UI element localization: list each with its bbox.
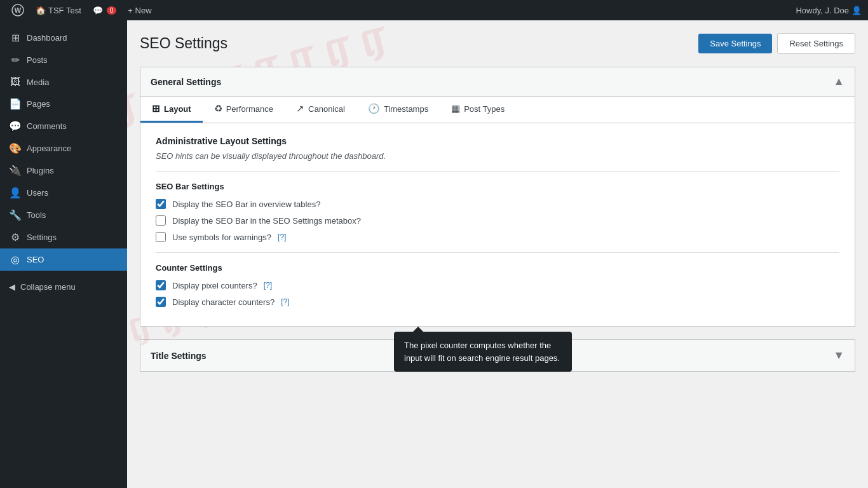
sidebar-item-appearance[interactable]: 🎨 Appearance bbox=[0, 137, 127, 159]
comments-icon: 💬 bbox=[9, 120, 22, 132]
sidebar-item-label: Media bbox=[27, 78, 49, 87]
layout-settings-body: Administrative Layout Settings SEO hints… bbox=[140, 123, 855, 326]
timestamps-tab-icon: 🕐 bbox=[368, 103, 380, 114]
sidebar-item-label: Plugins bbox=[27, 166, 54, 175]
sidebar-item-label: Settings bbox=[27, 233, 57, 242]
tab-layout[interactable]: ⊞ Layout bbox=[140, 97, 203, 123]
general-settings-title: General Settings bbox=[151, 77, 221, 87]
sidebar: ⊞ Dashboard ✏ Posts 🖼 Media 📄 Pages 💬 Co… bbox=[0, 20, 127, 488]
sidebar-item-label: Comments bbox=[27, 121, 67, 131]
sidebar-item-seo[interactable]: ◎ SEO bbox=[0, 248, 127, 271]
tools-icon: 🔧 bbox=[9, 209, 22, 221]
sidebar-item-posts[interactable]: ✏ Posts bbox=[0, 49, 127, 71]
char-counters-label: Display character counters? bbox=[172, 297, 275, 307]
collapse-arrow-icon: ◀ bbox=[9, 282, 15, 292]
pixel-counters-help[interactable]: [?] bbox=[264, 281, 272, 290]
howdy-text: Howdy, J. Doe bbox=[796, 6, 849, 15]
sidebar-item-label: Posts bbox=[27, 55, 48, 65]
media-icon: 🖼 bbox=[9, 76, 22, 88]
seo-bar-overview-label: Display the SEO Bar in overview tables? bbox=[172, 200, 320, 209]
posts-icon: ✏ bbox=[9, 54, 22, 66]
seo-bar-symbols-help[interactable]: [?] bbox=[278, 233, 286, 241]
sidebar-item-label: Users bbox=[27, 188, 48, 198]
tab-timestamps-label: Timestamps bbox=[384, 104, 428, 114]
sidebar-item-pages[interactable]: 📄 Pages bbox=[0, 93, 127, 115]
tab-performance-label: Performance bbox=[226, 104, 273, 114]
collapse-menu-label: Collapse menu bbox=[20, 282, 76, 292]
checkbox-row-char-counters: Display character counters? [?] bbox=[156, 297, 839, 307]
checkbox-row-seo-bar-overview: Display the SEO Bar in overview tables? bbox=[156, 199, 839, 209]
seo-bar-section-title: SEO Bar Settings bbox=[156, 182, 839, 191]
tab-canonical[interactable]: ↗ Canonical bbox=[285, 97, 356, 123]
site-name: TSF Test bbox=[48, 6, 81, 15]
admin-layout-hint: SEO hints can be visually displayed thro… bbox=[156, 151, 839, 161]
settings-tabs: ⊞ Layout ♻ Performance ↗ Canonical 🕐 Tim… bbox=[140, 97, 855, 123]
char-counters-checkbox[interactable] bbox=[156, 297, 166, 307]
save-settings-button[interactable]: Save Settings bbox=[698, 34, 772, 53]
new-label: + New bbox=[128, 6, 151, 15]
general-settings-header: General Settings ▲ bbox=[140, 67, 855, 97]
wp-logo-item[interactable]: W bbox=[6, 0, 29, 20]
tab-post-types-label: Post Types bbox=[464, 104, 505, 114]
char-counters-help[interactable]: [?] bbox=[281, 297, 289, 306]
sidebar-item-comments[interactable]: 💬 Comments bbox=[0, 115, 127, 137]
home-icon: 🏠 bbox=[36, 6, 46, 15]
title-settings-toggle[interactable]: ▼ bbox=[833, 349, 844, 362]
tooltip-bubble: The pixel counter computes whether the i… bbox=[394, 332, 572, 372]
comments-item[interactable]: 💬 0 bbox=[88, 0, 122, 20]
general-settings-card: General Settings ▲ ⊞ Layout ♻ Performanc… bbox=[140, 67, 855, 327]
checkbox-row-seo-bar-symbols: Use symbols for warnings? [?] bbox=[156, 232, 839, 242]
canonical-tab-icon: ↗ bbox=[296, 103, 304, 114]
page-title: SEO Settings bbox=[140, 35, 698, 52]
tooltip-text: The pixel counter computes whether the i… bbox=[404, 341, 560, 363]
admin-layout-title: Administrative Layout Settings bbox=[156, 136, 839, 146]
seo-bar-overview-checkbox[interactable] bbox=[156, 199, 166, 209]
layout-tab-icon: ⊞ bbox=[152, 103, 160, 114]
comment-count: 0 bbox=[107, 6, 117, 15]
sidebar-item-label: SEO bbox=[27, 255, 44, 264]
general-settings-toggle[interactable]: ▲ bbox=[833, 75, 844, 88]
tab-timestamps[interactable]: 🕐 Timestamps bbox=[356, 97, 440, 123]
admin-bar: W 🏠 TSF Test 💬 0 + New Howdy, J. Doe 👤 bbox=[0, 0, 868, 20]
user-avatar-icon: 👤 bbox=[851, 6, 862, 15]
sidebar-item-label: Pages bbox=[27, 99, 50, 109]
site-name-item[interactable]: 🏠 TSF Test bbox=[31, 0, 86, 20]
checkbox-row-pixel-counters: Display pixel counters? [?] bbox=[156, 280, 839, 290]
dashboard-icon: ⊞ bbox=[9, 32, 22, 44]
tab-post-types[interactable]: ▦ Post Types bbox=[440, 97, 516, 123]
collapse-menu-button[interactable]: ◀ Collapse menu bbox=[0, 277, 127, 297]
reset-settings-button[interactable]: Reset Settings bbox=[777, 33, 855, 54]
sidebar-item-label: Dashboard bbox=[27, 33, 67, 43]
divider-2 bbox=[156, 252, 839, 253]
sidebar-item-label: Tools bbox=[27, 210, 46, 220]
checkbox-row-seo-bar-metabox: Display the SEO Bar in the SEO Settings … bbox=[156, 215, 839, 226]
main-content: ர ர ர ர ர ர ர ர ர ர ர ர ர ர ர ர ர ர ர ர … bbox=[127, 20, 868, 488]
seo-bar-metabox-checkbox[interactable] bbox=[156, 215, 166, 226]
sidebar-item-users[interactable]: 👤 Users bbox=[0, 182, 127, 204]
svg-text:W: W bbox=[15, 6, 22, 14]
appearance-icon: 🎨 bbox=[9, 142, 22, 154]
plugins-icon: 🔌 bbox=[9, 165, 22, 177]
pixel-counters-label: Display pixel counters? bbox=[172, 281, 257, 290]
tab-canonical-label: Canonical bbox=[308, 104, 345, 114]
tab-layout-label: Layout bbox=[164, 104, 191, 114]
new-item[interactable]: + New bbox=[123, 0, 156, 20]
seo-bar-metabox-label: Display the SEO Bar in the SEO Settings … bbox=[172, 216, 361, 226]
sidebar-item-tools[interactable]: 🔧 Tools bbox=[0, 204, 127, 226]
seo-bar-symbols-checkbox[interactable] bbox=[156, 232, 166, 242]
pixel-counters-checkbox[interactable] bbox=[156, 280, 166, 290]
tab-performance[interactable]: ♻ Performance bbox=[203, 97, 285, 123]
sidebar-item-plugins[interactable]: 🔌 Plugins bbox=[0, 159, 127, 182]
users-icon: 👤 bbox=[9, 187, 22, 199]
seo-bar-symbols-label: Use symbols for warnings? bbox=[172, 233, 271, 242]
sidebar-item-label: Appearance bbox=[27, 144, 71, 153]
settings-icon: ⚙ bbox=[9, 231, 22, 243]
post-types-tab-icon: ▦ bbox=[451, 103, 460, 114]
sidebar-item-settings[interactable]: ⚙ Settings bbox=[0, 226, 127, 248]
title-settings-title: Title Settings bbox=[151, 351, 207, 361]
sidebar-item-dashboard[interactable]: ⊞ Dashboard bbox=[0, 27, 127, 49]
seo-icon: ◎ bbox=[9, 254, 22, 266]
sidebar-item-media[interactable]: 🖼 Media bbox=[0, 71, 127, 93]
counter-section-title: Counter Settings bbox=[156, 263, 839, 273]
pages-icon: 📄 bbox=[9, 98, 22, 110]
